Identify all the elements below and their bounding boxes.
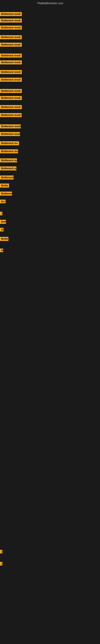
bottleneck-result-label: Bottleneck result bbox=[0, 89, 22, 93]
bottleneck-result-label: Bottleneck result bbox=[0, 12, 22, 16]
bottleneck-result-label: Bottleneck result bbox=[0, 96, 22, 100]
bottleneck-result-label: Bottleneck result bbox=[0, 18, 22, 22]
site-title: TheBottlenecker.com bbox=[0, 0, 100, 6]
bottleneck-result-label: | bbox=[0, 562, 2, 566]
bottleneck-result-label: Bottleneck res bbox=[0, 158, 17, 162]
bottleneck-result-label: | bbox=[0, 212, 2, 215]
bottleneck-result-label: Bottleneck result bbox=[0, 54, 22, 58]
bottleneck-result-label: Bottle bbox=[0, 237, 8, 241]
bottleneck-result-label: Bottleneck result bbox=[0, 78, 22, 82]
bottleneck-result-label: Bo bbox=[0, 248, 3, 252]
bottleneck-result-label: Bottleneck result bbox=[0, 124, 21, 128]
bottleneck-result-label: Bottleneck result bbox=[0, 113, 22, 117]
bottleneck-result-label: Bottleneck res bbox=[0, 149, 18, 153]
bottleneck-result-label: Bottleneck result bbox=[0, 105, 22, 109]
bottleneck-result-label: Bottleneck result bbox=[0, 26, 22, 30]
bottleneck-result-label: | bbox=[0, 550, 2, 554]
bottleneck-result-label: Bottleneck result bbox=[0, 35, 22, 39]
bottleneck-result-label: Bot bbox=[0, 200, 6, 203]
bottleneck-result-label: Bo bbox=[0, 228, 3, 232]
bottleneck-result-label: Bott bbox=[0, 220, 6, 224]
bottleneck-result-label: Bottleneck result bbox=[0, 60, 22, 64]
bottleneck-result-label: Bottle bbox=[0, 184, 9, 188]
bottleneck-result-label: Bottleneck res bbox=[0, 166, 16, 170]
bottleneck-result-label: Bottleneck bbox=[0, 176, 14, 180]
bottleneck-result-label: Bottleneck result bbox=[0, 132, 20, 136]
bottleneck-result-label: Bottleneck result bbox=[0, 70, 22, 74]
bottleneck-result-label: Bottlenec bbox=[0, 192, 12, 196]
bottleneck-result-label: Bottleneck res bbox=[0, 141, 19, 145]
bottleneck-result-label: Bottleneck result bbox=[0, 43, 22, 47]
